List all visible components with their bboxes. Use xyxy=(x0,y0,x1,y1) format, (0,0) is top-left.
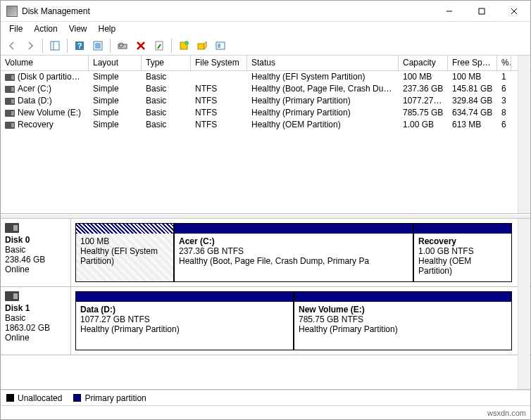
volume-list-header: VolumeLayoutTypeFile SystemStatusCapacit… xyxy=(1,56,530,71)
column-header-layout[interactable]: Layout xyxy=(89,56,142,70)
cell: 1.00 GB xyxy=(399,119,448,131)
cell: NTFS xyxy=(191,119,247,131)
cell: Simple xyxy=(89,71,142,83)
cell: NTFS xyxy=(191,83,247,95)
svg-rect-17 xyxy=(198,44,204,49)
cell: Simple xyxy=(89,119,142,131)
cell: Basic xyxy=(142,83,191,95)
cell: Basic xyxy=(142,119,191,131)
cell: 8 xyxy=(497,107,511,119)
cell: 100 MB xyxy=(399,71,448,83)
column-header-free[interactable]: Free Spa... xyxy=(448,56,497,70)
partition[interactable]: Data (D:)1077.27 GB NTFSHealthy (Primary… xyxy=(75,291,294,350)
cell: 3 xyxy=(497,95,511,107)
show-hide-tree-button[interactable] xyxy=(46,37,63,54)
svg-rect-9 xyxy=(95,43,101,49)
scrollbar[interactable] xyxy=(518,56,530,213)
column-header-volume[interactable]: Volume xyxy=(1,56,89,70)
properties-button[interactable] xyxy=(151,37,168,54)
column-header-status[interactable]: Status xyxy=(247,56,399,70)
detach-vhd-button[interactable] xyxy=(212,37,229,54)
minimize-button[interactable] xyxy=(433,1,466,21)
app-icon xyxy=(6,6,18,17)
scrollbar[interactable] xyxy=(518,219,530,389)
cell: 785.75 GB xyxy=(399,107,448,119)
cell: Healthy (Primary Partition) xyxy=(247,95,399,107)
partition-body: Acer (C:)237.36 GB NTFSHealthy (Boot, Pa… xyxy=(175,234,413,281)
partition[interactable]: New Volume (E:)785.75 GB NTFSHealthy (Pr… xyxy=(294,291,512,350)
cell: Simple xyxy=(89,107,142,119)
partition-body: Data (D:)1077.27 GB NTFSHealthy (Primary… xyxy=(76,302,293,350)
disk-icon xyxy=(5,291,19,301)
volume-list-body: (Disk 0 partition 1)SimpleBasicHealthy (… xyxy=(1,71,530,213)
disk-row: Disk 0Basic238.46 GBOnline100 MBHealthy … xyxy=(1,219,530,287)
cell: Acer (C:) xyxy=(1,83,89,95)
disk-icon xyxy=(5,223,19,233)
cell: 1 xyxy=(497,71,511,83)
close-button[interactable] xyxy=(498,1,530,21)
column-header-filesystem[interactable]: File System xyxy=(191,56,247,70)
disk-info[interactable]: Disk 1Basic1863.02 GBOnline xyxy=(1,287,71,355)
menu-action[interactable]: Action xyxy=(28,23,63,35)
volume-row[interactable]: Acer (C:)SimpleBasicNTFSHealthy (Boot, P… xyxy=(1,83,530,95)
partition[interactable]: Recovery1.00 GB NTFSHealthy (OEM Partiti… xyxy=(413,223,512,282)
volume-list: VolumeLayoutTypeFile SystemStatusCapacit… xyxy=(1,56,530,214)
swatch-icon xyxy=(6,394,14,402)
volume-row[interactable]: New Volume (E:)SimpleBasicNTFSHealthy (P… xyxy=(1,107,530,119)
disk-map-pane: Disk 0Basic238.46 GBOnline100 MBHealthy … xyxy=(1,219,530,390)
cell: New Volume (E:) xyxy=(1,107,89,119)
legend-label: Unallocated xyxy=(18,393,62,403)
column-header-pct[interactable]: % xyxy=(497,56,511,70)
partition[interactable]: 100 MBHealthy (EFI System Partition) xyxy=(75,223,174,282)
partition[interactable]: Acer (C:)237.36 GB NTFSHealthy (Boot, Pa… xyxy=(174,223,413,282)
cell: 1077.27 GB xyxy=(399,95,448,107)
column-header-type[interactable]: Type xyxy=(142,56,191,70)
cell: Data (D:) xyxy=(1,95,89,107)
separator-icon xyxy=(67,39,68,53)
partition-stripe xyxy=(76,292,293,302)
partition-body: 100 MBHealthy (EFI System Partition) xyxy=(76,234,173,281)
cell: Basic xyxy=(142,71,191,83)
cell: 145.81 GB xyxy=(448,83,497,95)
legend-label: Primary partition xyxy=(85,393,146,403)
legend: Unallocated Primary partition xyxy=(1,390,530,405)
separator-icon xyxy=(110,39,111,53)
menu-help[interactable]: Help xyxy=(93,23,122,35)
disk-info[interactable]: Disk 0Basic238.46 GBOnline xyxy=(1,219,71,286)
svg-rect-1 xyxy=(479,8,485,14)
column-header-capacity[interactable]: Capacity xyxy=(399,56,448,70)
attach-vhd-button[interactable] xyxy=(194,37,211,54)
swatch-icon xyxy=(73,394,81,402)
separator-icon xyxy=(42,39,43,53)
volume-row[interactable]: (Disk 0 partition 1)SimpleBasicHealthy (… xyxy=(1,71,530,83)
help-button[interactable]: ? xyxy=(71,37,88,54)
volume-row[interactable]: RecoverySimpleBasicNTFSHealthy (OEM Part… xyxy=(1,119,530,131)
disk-row: Disk 1Basic1863.02 GBOnlineData (D:)1077… xyxy=(1,287,530,355)
settings-button[interactable] xyxy=(114,37,131,54)
back-button[interactable] xyxy=(4,37,20,54)
svg-rect-4 xyxy=(51,42,59,50)
disk-management-window: Disk Management File Action View Help ? xyxy=(0,0,531,420)
window-title: Disk Management xyxy=(22,6,433,16)
svg-point-16 xyxy=(185,41,189,45)
delete-button[interactable] xyxy=(132,37,149,54)
new-volume-button[interactable] xyxy=(175,37,192,54)
partition-body: Recovery1.00 GB NTFSHealthy (OEM Partiti… xyxy=(414,234,511,281)
menu-view[interactable]: View xyxy=(63,23,93,35)
legend-unallocated: Unallocated xyxy=(6,393,62,403)
cell: Simple xyxy=(89,95,142,107)
refresh-button[interactable] xyxy=(89,37,106,54)
cell: NTFS xyxy=(191,95,247,107)
separator-icon xyxy=(171,39,172,53)
forward-button[interactable] xyxy=(22,37,39,54)
splitter[interactable] xyxy=(1,214,530,219)
cell: 100 MB xyxy=(448,71,497,83)
maximize-button[interactable] xyxy=(466,1,498,21)
svg-rect-19 xyxy=(218,44,220,48)
status-text: wsxdn.com xyxy=(487,409,526,417)
volume-row[interactable]: Data (D:)SimpleBasicNTFSHealthy (Primary… xyxy=(1,95,530,107)
cell: Healthy (OEM Partition) xyxy=(247,119,399,131)
menu-file[interactable]: File xyxy=(4,23,28,35)
titlebar: Disk Management xyxy=(1,1,530,22)
cell: 237.36 GB xyxy=(399,83,448,95)
